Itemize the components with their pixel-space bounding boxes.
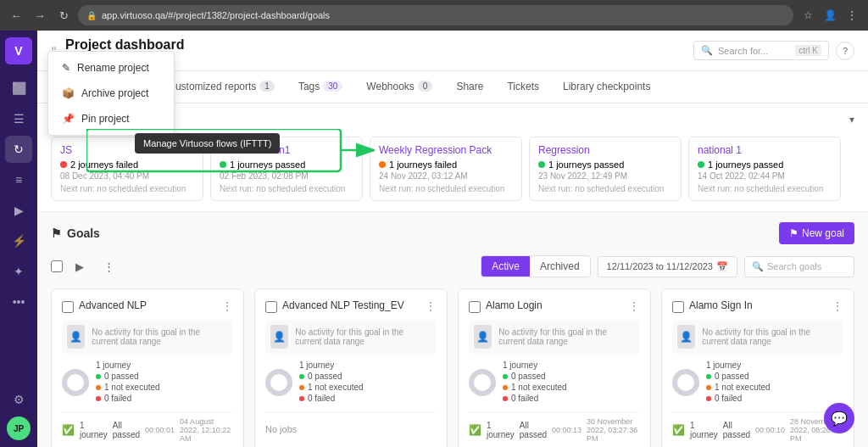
active-toggle-button[interactable]: Active <box>481 256 530 277</box>
sidebar-item-dots[interactable]: ••• <box>5 288 32 316</box>
sidebar-item-star[interactable]: ✦ <box>5 258 32 285</box>
goals-controls: ⚑ New goal <box>779 222 854 244</box>
flow-card-title-3[interactable]: Regression <box>538 144 672 156</box>
search-shortcut: ctrl K <box>795 45 821 56</box>
no-activity-text-2: No activity for this goal in the current… <box>498 327 635 346</box>
sidebar-item-refresh[interactable]: ↻ <box>5 136 32 163</box>
flow-meta-2: 24 Nov 2022, 03:12 AM <box>379 171 513 181</box>
goal-stats-0: 1 journey 0 passed 1 not executed <box>62 360 233 405</box>
sidebar-avatar[interactable]: JP <box>7 416 31 440</box>
sidebar-item-list[interactable]: ☰ <box>5 105 32 132</box>
passed-line-3: 0 passed <box>706 372 771 381</box>
flow-card-title-4[interactable]: national 1 <box>698 144 832 156</box>
status-dot-orange-2 <box>379 161 386 168</box>
flow-card-2: Weekly Regression Pack 1 journeys failed… <box>370 137 522 201</box>
goal-stats-1: 1 journey 0 passed 1 not executed <box>265 360 437 405</box>
sidebar-item-bolt[interactable]: ⚡ <box>5 227 32 254</box>
calendar-icon: 📅 <box>716 261 728 272</box>
goal-more-2[interactable]: ⋮ <box>628 299 640 313</box>
search-goals-icon: 🔍 <box>752 261 764 272</box>
no-activity-text-0: No activity for this goal in the current… <box>92 327 228 346</box>
goal-no-activity-3: 👤 No activity for this goal in the curre… <box>672 320 843 354</box>
sidebar-logo[interactable]: V <box>5 37 32 64</box>
tab-webhooks[interactable]: Webhooks 0 <box>354 74 444 101</box>
goal-more-1[interactable]: ⋮ <box>425 299 437 313</box>
sidebar-item-menu[interactable]: ≡ <box>5 166 32 193</box>
goal-no-activity-1: 👤 No activity for this goal in the curre… <box>265 320 437 354</box>
flow-card-3: Regression 1 journeys passed 23 Nov 2022… <box>529 137 682 201</box>
not-executed-line-3: 1 not executed <box>706 383 771 392</box>
goal-card-2: Alamo Login ⋮ 👤 No activity for this goa… <box>458 288 651 447</box>
goal-donut-3 <box>672 369 699 396</box>
footer-count-0: 1 journey <box>80 421 108 439</box>
tab-customized-reports[interactable]: Customized reports 1 <box>156 74 287 101</box>
browser-chrome: ← → ↻ 🔒 app.virtuoso.qa/#/project/1382/p… <box>0 0 868 31</box>
help-button[interactable]: ? <box>836 42 854 60</box>
more-options-button[interactable]: ⋮ <box>97 254 120 278</box>
sidebar-item-run[interactable]: ▶ <box>5 197 32 224</box>
failed-dot-2 <box>503 396 508 401</box>
footer-time-0: 00:00:01 <box>145 426 175 434</box>
sidebar-item-home[interactable]: ⬜ <box>5 75 32 102</box>
not-executed-dot-3 <box>706 385 711 390</box>
tab-library-checkpoints[interactable]: Library checkpoints <box>551 74 662 101</box>
journey-count-0: 1 journey <box>96 360 160 370</box>
archive-project-item[interactable]: 📦 Archive project <box>48 81 174 106</box>
goal-more-0[interactable]: ⋮ <box>221 299 233 313</box>
failed-dot-1 <box>299 396 304 401</box>
not-executed-dot-1 <box>299 385 304 390</box>
active-archived-toggle: Active Archived <box>481 255 590 277</box>
header-search[interactable]: 🔍 Search for... ctrl K <box>693 41 829 60</box>
sidebar-settings-icon[interactable]: ⚙ <box>5 386 32 413</box>
forward-button[interactable]: → <box>31 6 49 25</box>
status-dot-green-1 <box>220 161 226 168</box>
tab-share[interactable]: Share <box>444 74 495 101</box>
goal-more-3[interactable]: ⋮ <box>832 299 843 313</box>
goal-stat-list-2: 1 journey 0 passed 1 not executed <box>503 360 567 405</box>
goal-name-2: Alamo Login <box>486 299 623 311</box>
footer-label-0: All passed <box>113 421 140 439</box>
flows-chevron[interactable]: ▾ <box>849 114 854 126</box>
goal-card-header-2: Alamo Login ⋮ <box>469 299 640 313</box>
archived-toggle-button[interactable]: Archived <box>530 256 590 277</box>
menu-button[interactable]: ⋮ <box>843 6 861 25</box>
back-button[interactable]: ← <box>7 6 25 25</box>
not-executed-line-1: 1 not executed <box>299 383 364 392</box>
status-dot-green-4 <box>698 161 704 168</box>
flow-status-3: 1 journeys passed <box>538 159 672 170</box>
chat-button[interactable]: 💬 <box>824 403 854 433</box>
goal-checkbox-2[interactable] <box>469 301 481 313</box>
flow-next-2: Next run: no scheduled execution <box>379 184 513 193</box>
date-range-picker[interactable]: 12/11/2023 to 11/12/2023 📅 <box>598 256 737 277</box>
pin-project-item[interactable]: 📌 Pin project <box>48 106 174 131</box>
flow-status-4: 1 journeys passed <box>698 159 832 170</box>
select-all-checkbox[interactable] <box>51 260 63 272</box>
flow-meta-0: 08 Dec 2023, 04:40 PM <box>60 171 194 181</box>
flow-card-title-2[interactable]: Weekly Regression Pack <box>379 144 513 156</box>
failed-line-3: 0 failed <box>706 394 771 403</box>
tab-tickets[interactable]: Tickets <box>495 74 551 101</box>
flow-next-4: Next run: no scheduled execution <box>698 184 832 193</box>
goal-footer-3: ✅ 1 journey All passed 00:00:10 28 Novem… <box>672 411 843 443</box>
goals-search[interactable]: 🔍 Search goals <box>744 256 854 277</box>
goal-checkbox-1[interactable] <box>265 301 277 313</box>
footer-date-0: 04 August 2022, 12:10:22 AM <box>180 417 233 443</box>
new-goal-icon: ⚑ <box>789 227 798 239</box>
webhooks-badge: 0 <box>418 81 433 92</box>
rename-project-item[interactable]: ✎ Rename project <box>48 55 174 81</box>
address-bar[interactable]: 🔒 app.virtuoso.qa/#/project/1382/project… <box>78 5 793 25</box>
goal-donut-0 <box>62 369 89 396</box>
goal-card-header-1: Advanced NLP Testing_EV ⋮ <box>265 299 437 313</box>
goal-no-activity-0: 👤 No activity for this goal in the curre… <box>62 320 233 354</box>
star-button[interactable]: ☆ <box>798 6 817 25</box>
new-goal-button[interactable]: ⚑ New goal <box>779 222 854 244</box>
search-icon: 🔍 <box>701 45 713 56</box>
reload-button[interactable]: ↻ <box>54 6 73 25</box>
goal-checkbox-3[interactable] <box>672 301 684 313</box>
goal-checkbox-0[interactable] <box>62 301 74 313</box>
play-button[interactable]: ▶ <box>68 254 92 278</box>
goals-grid: Advanced NLP ⋮ 👤 No activity for this go… <box>51 288 854 447</box>
goal-card-0: Advanced NLP ⋮ 👤 No activity for this go… <box>51 288 244 447</box>
profile-button[interactable]: 👤 <box>821 6 839 25</box>
tab-tags[interactable]: Tags 30 <box>287 74 354 101</box>
